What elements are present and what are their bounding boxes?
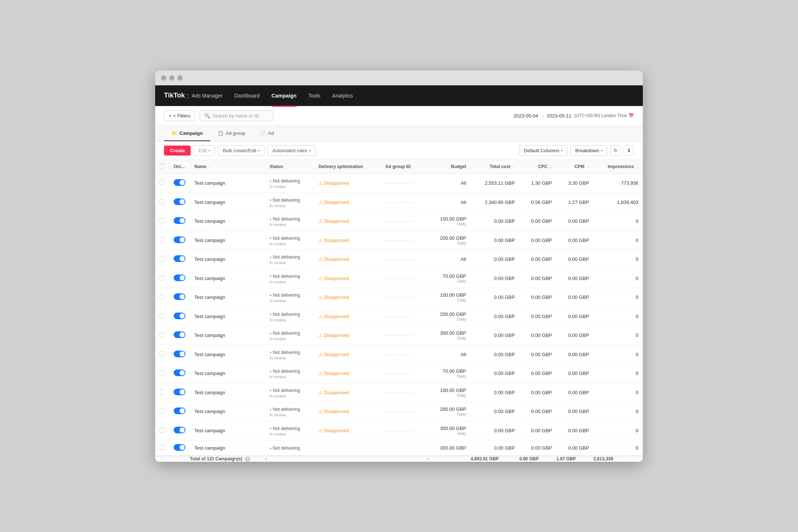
row-cpc: 0.00 GBP [519,383,556,402]
create-button[interactable]: Create [164,146,191,156]
row-total-cost: 0.00 GBP [471,345,519,364]
date-end[interactable]: 2023-05-11 [547,113,572,119]
row-cpm: 0.00 GBP [556,402,593,421]
nav-dashboard[interactable]: Dashboard [234,91,260,100]
row-impressions: 0 [593,307,643,326]
row-checkbox[interactable] [155,193,169,212]
row-cpc: 0.00 GBP [519,269,556,288]
edit-button[interactable]: Edit ▾ [194,145,215,156]
traffic-light-close[interactable] [161,75,166,81]
row-name[interactable]: Test campaign [190,250,265,269]
row-toggle[interactable] [169,231,190,250]
row-adgroup-id: ··············· [381,383,427,402]
filters-label: + Filters [173,113,191,119]
tab-campaign[interactable]: 📁 Campaign [164,126,210,141]
app-window: TikTok: Ads Manager Dashboard Campaign T… [155,71,643,462]
footer-label: Total of 121 Campaign(s) i [190,456,265,462]
col-cpm[interactable]: CPM ↕ [556,160,593,174]
filters-button[interactable]: + + Filters [164,110,195,121]
info-icon[interactable]: i [245,457,250,462]
select-all-checkbox[interactable] [160,164,165,169]
row-status: ● Not delivering In review [265,345,314,364]
refresh-button[interactable]: ↻ [610,145,621,156]
tab-adgroup[interactable]: 📋 Ad group [210,126,253,141]
row-toggle[interactable] [169,421,190,440]
col-total-cost[interactable]: Total cost ↕ [471,160,519,174]
row-name[interactable]: Test campaign [190,307,265,326]
row-name[interactable]: Test campaign [190,326,265,345]
traffic-light-min[interactable] [169,75,174,81]
row-budget: All [427,174,470,193]
row-checkbox[interactable] [155,421,169,440]
row-toggle[interactable] [169,269,190,288]
row-checkbox[interactable] [155,364,169,383]
row-checkbox[interactable] [155,250,169,269]
row-toggle[interactable] [169,250,190,269]
row-name[interactable]: Test campaign [190,383,265,402]
row-checkbox[interactable] [155,402,169,421]
row-name[interactable]: Test campaign [190,345,265,364]
date-start[interactable]: 2023-05-04 [514,113,538,119]
col-delivery: Delivery optimization [314,160,381,174]
table-row: Test campaign ● Not delivering In review… [155,383,643,402]
row-delivery: ⚠ Disapproved [314,383,381,402]
row-toggle[interactable] [169,364,190,383]
row-toggle[interactable] [169,193,190,212]
row-name[interactable]: Test campaign [190,212,265,231]
row-name[interactable]: Test campaign [190,231,265,250]
row-cpm: 0.00 GBP [556,440,593,456]
row-name[interactable]: Test campaign [190,288,265,307]
row-checkbox[interactable] [155,231,169,250]
row-toggle[interactable] [169,402,190,421]
row-cpc: 0.00 GBP [519,250,556,269]
row-checkbox[interactable] [155,174,169,193]
col-impressions[interactable]: Impressions ↕ [593,160,643,174]
row-cpc: 0.00 GBP [519,288,556,307]
row-name[interactable]: Test campaign [190,364,265,383]
row-name[interactable]: Test campaign [190,174,265,193]
row-name[interactable]: Test campaign [190,193,265,212]
row-toggle[interactable] [169,288,190,307]
automated-rules-button[interactable]: Automated rules ▾ [267,145,316,156]
row-toggle[interactable] [169,326,190,345]
col-cpc[interactable]: CPC ↕ [519,160,556,174]
nav-tools[interactable]: Tools [308,91,321,100]
footer-total-cost: 4,893.91 GBP [471,456,519,462]
row-toggle[interactable] [169,345,190,364]
breakdown-button[interactable]: Breakdown ▾ [570,145,607,156]
row-toggle[interactable] [169,307,190,326]
top-nav: TikTok: Ads Manager Dashboard Campaign T… [155,85,643,106]
download-button[interactable]: ⬇ [624,145,634,156]
logo-subtitle: Ads Manager [192,93,222,99]
row-toggle[interactable] [169,383,190,402]
nav-campaign[interactable]: Campaign [272,91,297,100]
row-checkbox[interactable] [155,326,169,345]
col-name[interactable]: Name ↕ [190,160,265,174]
row-checkbox[interactable] [155,307,169,326]
row-name[interactable]: Test campaign [190,269,265,288]
row-checkbox[interactable] [155,345,169,364]
row-toggle[interactable] [169,212,190,231]
row-checkbox[interactable] [155,288,169,307]
table-row: Test campaign ● Not delivering In review… [155,288,643,307]
tab-campaign-label: Campaign [180,130,203,136]
search-box[interactable]: 🔍 Search by name or ID [200,110,273,121]
calendar-icon[interactable]: 📅 [628,113,634,118]
row-toggle[interactable] [169,174,190,193]
row-name[interactable]: Test campaign [190,402,265,421]
traffic-light-max[interactable] [177,75,183,81]
row-name[interactable]: Test campaign [190,421,265,440]
tab-ad[interactable]: 📄 Ad [253,126,282,141]
footer-cpm: 1.87 GBP [556,456,593,462]
row-impressions: 0 [593,364,643,383]
row-name[interactable]: Test campaign [190,440,265,456]
row-checkbox[interactable] [155,269,169,288]
footer-total-label: Total of 121 Campaign(s) [190,456,242,461]
nav-analytics[interactable]: Analytics [332,91,353,100]
bulk-create-button[interactable]: Bulk create/Edit ▾ [218,145,265,156]
columns-button[interactable]: Default Columns ▾ [519,145,567,156]
row-toggle[interactable] [169,440,190,456]
row-checkbox[interactable] [155,440,169,456]
row-checkbox[interactable] [155,212,169,231]
row-checkbox[interactable] [155,383,169,402]
